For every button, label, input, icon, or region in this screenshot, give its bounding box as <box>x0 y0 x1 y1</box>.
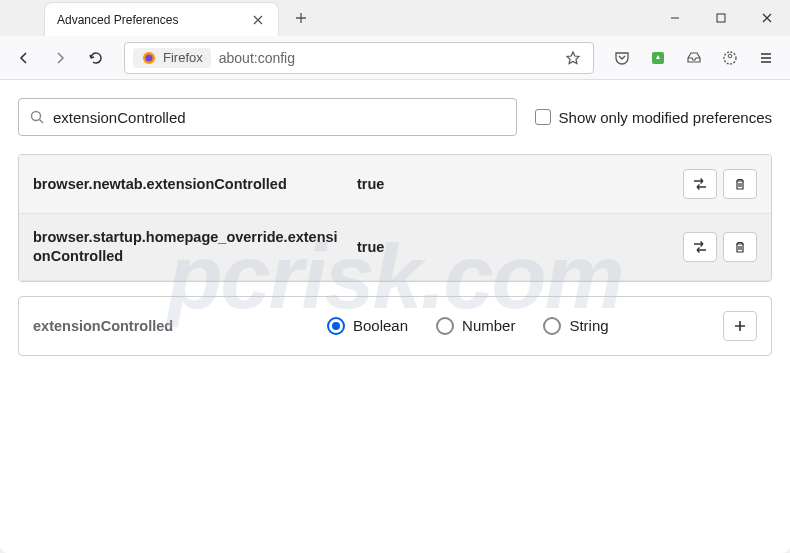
preference-name: browser.newtab.extensionControlled <box>33 175 343 194</box>
checkbox-icon <box>535 109 551 125</box>
preference-actions <box>683 169 757 199</box>
url-bar[interactable]: Firefox about:config <box>124 42 594 74</box>
show-modified-checkbox[interactable]: Show only modified preferences <box>535 109 772 126</box>
minimize-button[interactable] <box>652 0 698 36</box>
identity-label: Firefox <box>163 50 203 65</box>
window-controls <box>652 0 790 36</box>
delete-button[interactable] <box>723 232 757 262</box>
new-tab-button[interactable] <box>287 4 315 32</box>
radio-boolean[interactable]: Boolean <box>327 317 408 335</box>
svg-point-6 <box>32 112 41 121</box>
pocket-icon[interactable] <box>606 42 638 74</box>
svg-rect-0 <box>717 14 725 22</box>
titlebar: Advanced Preferences <box>0 0 790 36</box>
radio-number[interactable]: Number <box>436 317 515 335</box>
svg-point-5 <box>728 54 732 58</box>
preference-value: true <box>357 176 669 192</box>
delete-button[interactable] <box>723 169 757 199</box>
add-button[interactable] <box>723 311 757 341</box>
search-row: Show only modified preferences <box>18 98 772 136</box>
search-box[interactable] <box>18 98 517 136</box>
radio-icon <box>436 317 454 335</box>
maximize-button[interactable] <box>698 0 744 36</box>
preferences-table: browser.newtab.extensionControlled true … <box>18 154 772 282</box>
browser-tab[interactable]: Advanced Preferences <box>44 2 279 36</box>
toggle-button[interactable] <box>683 169 717 199</box>
browser-toolbar: Firefox about:config <box>0 36 790 80</box>
content-area: Show only modified preferences browser.n… <box>0 80 790 553</box>
radio-label: Boolean <box>353 317 408 334</box>
inbox-icon[interactable] <box>678 42 710 74</box>
preference-row: browser.newtab.extensionControlled true <box>19 155 771 214</box>
radio-label: Number <box>462 317 515 334</box>
forward-button[interactable] <box>44 42 76 74</box>
reload-button[interactable] <box>80 42 112 74</box>
back-button[interactable] <box>8 42 40 74</box>
preference-value: true <box>357 239 669 255</box>
radio-label: String <box>569 317 608 334</box>
search-icon <box>29 109 45 125</box>
close-tab-icon[interactable] <box>250 12 266 28</box>
preference-actions <box>683 232 757 262</box>
toggle-button[interactable] <box>683 232 717 262</box>
checkbox-label: Show only modified preferences <box>559 109 772 126</box>
url-text: about:config <box>219 50 553 66</box>
radio-string[interactable]: String <box>543 317 608 335</box>
preference-name: browser.startup.homepage_override.extens… <box>33 228 343 266</box>
bookmark-star-icon[interactable] <box>561 46 585 70</box>
identity-box[interactable]: Firefox <box>133 48 211 68</box>
firefox-icon <box>141 50 157 66</box>
svg-point-2 <box>146 54 153 61</box>
preference-row: browser.startup.homepage_override.extens… <box>19 214 771 281</box>
extension-icon[interactable] <box>642 42 674 74</box>
radio-icon <box>543 317 561 335</box>
tab-title: Advanced Preferences <box>57 13 242 27</box>
new-preference-name: extensionControlled <box>33 318 313 334</box>
new-preference-row: extensionControlled Boolean Number Strin… <box>18 296 772 356</box>
menu-button[interactable] <box>750 42 782 74</box>
close-window-button[interactable] <box>744 0 790 36</box>
radio-icon <box>327 317 345 335</box>
type-radio-group: Boolean Number String <box>327 317 709 335</box>
account-icon[interactable] <box>714 42 746 74</box>
search-input[interactable] <box>53 109 506 126</box>
